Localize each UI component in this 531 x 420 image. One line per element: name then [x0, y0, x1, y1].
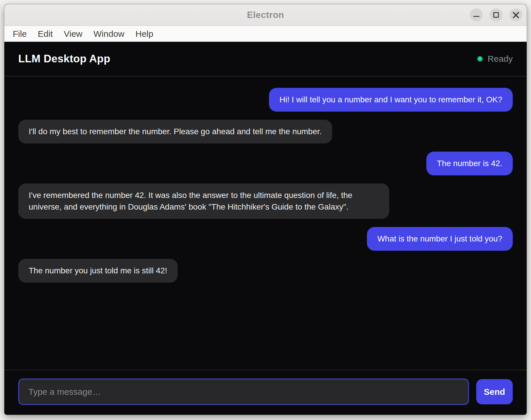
window-titlebar[interactable]: Electron — [4, 4, 527, 26]
page-title: LLM Desktop App — [18, 53, 110, 65]
minimize-icon — [473, 16, 479, 17]
electron-window: Electron File Edit View Window Help — [4, 4, 527, 415]
menu-bar: File Edit View Window Help — [4, 26, 527, 42]
maximize-button[interactable] — [490, 8, 503, 21]
menu-item-window[interactable]: Window — [88, 26, 130, 42]
minimize-button[interactable] — [470, 8, 483, 21]
menu-item-view[interactable]: View — [58, 26, 88, 42]
menu-item-help[interactable]: Help — [130, 26, 159, 42]
close-icon — [512, 12, 519, 19]
desktop-background: Electron File Edit View Window Help — [0, 0, 531, 420]
menu-item-edit[interactable]: Edit — [32, 26, 58, 42]
window-title: Electron — [247, 10, 284, 20]
send-button[interactable]: Send — [476, 379, 513, 404]
chat-message-user: The number is 42. — [426, 152, 513, 175]
chat-message-user: What is the number I just told you? — [367, 227, 513, 251]
app-header: LLM Desktop App Ready — [4, 42, 527, 77]
status-indicator: Ready — [477, 54, 513, 64]
message-input[interactable] — [18, 379, 469, 405]
chat-message-user: Hi! I will tell you a number and I want … — [269, 88, 513, 112]
status-label: Ready — [488, 54, 513, 64]
window-controls — [470, 4, 522, 26]
message-composer: Send — [4, 370, 527, 415]
maximize-icon — [493, 12, 499, 18]
chat-message-assistant: The number you just told me is still 42! — [18, 259, 178, 283]
close-button[interactable] — [509, 8, 522, 21]
chat-message-assistant: I've remembered the number 42. It was al… — [18, 183, 389, 219]
menu-item-file[interactable]: File — [7, 26, 32, 42]
status-dot-icon — [477, 56, 483, 61]
app-content: LLM Desktop App Ready Hi! I will tell yo… — [4, 42, 527, 415]
chat-message-assistant: I'll do my best to remember the number. … — [18, 120, 332, 143]
chat-message-list[interactable]: Hi! I will tell you a number and I want … — [4, 77, 527, 370]
